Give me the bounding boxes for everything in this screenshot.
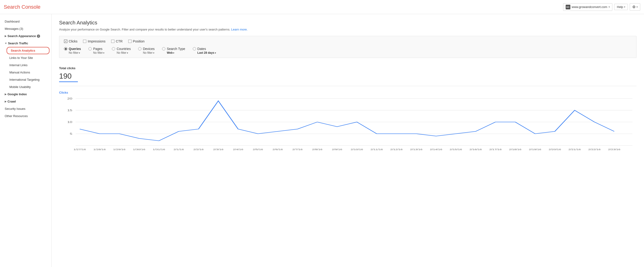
radio-row: Queries No filter ▾ Pages No filter ▾ Co… (64, 47, 632, 54)
sidebar-item-links[interactable]: Links to Your Site (5, 54, 51, 62)
gear-icon: ⚙ (632, 5, 636, 9)
svg-text:2/22/16: 2/22/16 (588, 148, 600, 151)
svg-text:10: 10 (67, 120, 72, 124)
svg-text:2/10/16: 2/10/16 (350, 148, 363, 151)
svg-text:2/2/16: 2/2/16 (193, 148, 204, 151)
checkbox-ctr[interactable]: CTR (111, 40, 123, 43)
settings-button[interactable]: ⚙ ▾ (630, 3, 640, 10)
svg-text:1/27/16: 1/27/16 (74, 148, 86, 151)
position-label: Position (133, 40, 145, 43)
countries-radio-icon (112, 47, 115, 50)
svg-text:2/18/16: 2/18/16 (509, 148, 522, 151)
search-type-filter[interactable]: Web ▾ (162, 51, 185, 54)
radio-search-type[interactable]: Search Type Web ▾ (162, 47, 185, 54)
crawl-arrow-icon: ▶ (5, 100, 6, 103)
sidebar-item-security-issues[interactable]: Security Issues (0, 105, 51, 112)
learn-more-link[interactable]: Learn more. (231, 28, 248, 31)
sidebar-item-international-targeting[interactable]: International Targeting (5, 76, 51, 83)
site-selector[interactable]: GC www.growandconvert.com ▾ (563, 3, 612, 11)
svg-text:2/5/16: 2/5/16 (253, 148, 263, 151)
total-underline (59, 82, 78, 82)
sidebar-item-dashboard[interactable]: Dashboard (0, 18, 51, 25)
pages-radio-icon (88, 47, 92, 50)
layout: Dashboard Messages (3) ▶ Search Appearan… (0, 14, 644, 267)
radio-devices[interactable]: Devices No filter ▾ (138, 47, 154, 54)
svg-text:1/31/16: 1/31/16 (153, 148, 165, 151)
checkbox-impressions[interactable]: Impressions (83, 40, 105, 43)
svg-text:2/21/16: 2/21/16 (568, 148, 581, 151)
google-index-arrow-icon: ▶ (5, 93, 6, 96)
devices-radio-icon (138, 47, 142, 50)
settings-chevron-icon: ▾ (636, 6, 638, 8)
filter-bar: ✓ Clicks Impressions CTR Position (59, 36, 636, 58)
checkbox-position[interactable]: Position (128, 40, 145, 43)
svg-text:20: 20 (67, 97, 72, 100)
svg-text:2/20/16: 2/20/16 (548, 148, 561, 151)
queries-radio-icon (64, 47, 67, 50)
svg-text:1/28/16: 1/28/16 (93, 148, 106, 151)
radio-countries[interactable]: Countries No filter ▾ (112, 47, 131, 54)
sidebar-item-search-analytics[interactable]: Search Analytics (6, 47, 50, 54)
app-title: Search Console (4, 4, 40, 10)
radio-queries[interactable]: Queries No filter ▾ (64, 47, 81, 54)
svg-text:2/6/16: 2/6/16 (272, 148, 283, 151)
svg-text:2/4/16: 2/4/16 (233, 148, 243, 151)
chart-label: Clicks (59, 91, 636, 94)
devices-filter[interactable]: No filter ▾ (138, 51, 154, 54)
radio-pages[interactable]: Pages No filter ▾ (88, 47, 104, 54)
impressions-label: Impressions (88, 40, 105, 43)
arrow-right-icon: ▶ (5, 35, 6, 37)
radio-dates[interactable]: Dates Last 28 days ▾ (193, 47, 216, 54)
dates-radio-icon (193, 47, 196, 50)
countries-label: Countries (116, 47, 131, 51)
sidebar-item-internal-links[interactable]: Internal Links (5, 62, 51, 69)
sidebar-item-google-index[interactable]: ▶ Google Index (0, 90, 51, 98)
queries-label: Queries (69, 47, 81, 51)
clicks-checkbox-icon: ✓ (64, 40, 67, 43)
sidebar-item-search-appearance[interactable]: ▶ Search Appearance i (0, 32, 51, 40)
svg-text:2/15/16: 2/15/16 (450, 148, 462, 151)
svg-text:2/23/16: 2/23/16 (608, 148, 620, 151)
svg-text:2/12/16: 2/12/16 (390, 148, 403, 151)
page-description: Analyze your performance on Google Searc… (59, 28, 636, 31)
total-clicks-label: Total clicks (59, 66, 636, 70)
dates-label: Dates (198, 47, 206, 51)
svg-text:2/1/16: 2/1/16 (174, 148, 184, 151)
sidebar-item-search-traffic[interactable]: ▼ Search Traffic (0, 40, 51, 47)
svg-text:2/7/16: 2/7/16 (292, 148, 302, 151)
devices-label: Devices (143, 47, 154, 51)
svg-text:2/9/16: 2/9/16 (332, 148, 342, 151)
chart-section: Clicks 20 15 10 5 (59, 91, 636, 157)
svg-text:1/29/16: 1/29/16 (113, 148, 126, 151)
queries-filter[interactable]: No filter ▾ (64, 51, 81, 54)
total-clicks-value: 190 (59, 72, 636, 80)
pages-filter[interactable]: No filter ▾ (88, 51, 104, 54)
chart-line (80, 101, 614, 141)
page-title: Search Analytics (59, 20, 636, 26)
help-chevron-icon: ▾ (624, 6, 625, 8)
svg-text:2/16/16: 2/16/16 (470, 148, 482, 151)
checkbox-clicks[interactable]: ✓ Clicks (64, 40, 78, 43)
position-checkbox-icon (128, 40, 132, 43)
sidebar-item-manual-actions[interactable]: Manual Actions (5, 69, 51, 76)
impressions-checkbox-icon (83, 40, 86, 43)
arrow-down-icon: ▼ (5, 42, 7, 44)
svg-text:15: 15 (67, 109, 72, 112)
sidebar-item-mobile-usability[interactable]: Mobile Usability (5, 83, 51, 90)
dates-filter[interactable]: Last 28 days ▾ (193, 51, 216, 54)
checkbox-row: ✓ Clicks Impressions CTR Position (64, 40, 632, 43)
sidebar-item-messages[interactable]: Messages (3) (0, 25, 51, 32)
sidebar-sub-traffic: Search Analytics Links to Your Site Inte… (0, 47, 51, 90)
info-icon: i (37, 34, 40, 38)
countries-filter[interactable]: No filter ▾ (112, 51, 131, 54)
pages-label: Pages (93, 47, 102, 51)
sidebar-item-crawl[interactable]: ▶ Crawl (0, 98, 51, 105)
sidebar-item-other-resources[interactable]: Other Resources (0, 112, 51, 120)
svg-text:2/3/16: 2/3/16 (213, 148, 224, 151)
clicks-label: Clicks (69, 40, 78, 43)
ctr-checkbox-icon (111, 40, 114, 43)
search-type-radio-icon (162, 47, 165, 50)
help-button[interactable]: Help ▾ (614, 4, 628, 10)
header-right: GC www.growandconvert.com ▾ Help ▾ ⚙ ▾ (563, 3, 640, 11)
help-label: Help (617, 5, 623, 9)
